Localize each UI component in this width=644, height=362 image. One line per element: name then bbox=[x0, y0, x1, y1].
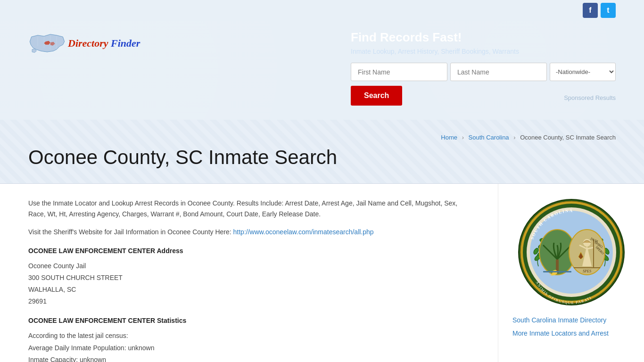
address-block: Oconee County Jail 300 SOUTH CHURCH STRE… bbox=[28, 260, 470, 308]
stats-population: Average Daily Inmate Population: unknown bbox=[28, 342, 470, 354]
logo-finder-text: Finder bbox=[111, 37, 140, 49]
address-line1: 300 SOUTH CHURCH STREET bbox=[28, 272, 470, 284]
address-zip: 29691 bbox=[28, 296, 470, 307]
content-right: SOUTH CAROLINA bbox=[498, 184, 644, 362]
logo-brand-text: Directory Finder bbox=[68, 37, 140, 49]
content-left: Use the Inmate Locator and Lookup Arrest… bbox=[0, 184, 498, 362]
social-bar: f t bbox=[0, 0, 644, 21]
jail-website-link[interactable]: http://www.oconeelaw.com/inmatesearch/al… bbox=[233, 228, 374, 236]
svg-rect-26 bbox=[543, 271, 571, 272]
twitter-icon[interactable]: t bbox=[601, 3, 616, 18]
sc-inmate-directory-link[interactable]: South Carolina Inmate Directory bbox=[512, 316, 630, 325]
last-name-input[interactable] bbox=[450, 63, 547, 81]
facebook-icon[interactable]: f bbox=[583, 3, 598, 18]
address-heading: OCONEE LAW ENFORCEMENT CENTER Address bbox=[28, 247, 470, 255]
breadcrumb-home[interactable]: Home bbox=[441, 134, 457, 141]
stats-census: According to the latest jail census: bbox=[28, 330, 470, 342]
logo-map-icon bbox=[28, 30, 66, 56]
sponsored-results-text: Sponsored Results bbox=[564, 94, 616, 101]
search-inputs-row: -Nationwide- bbox=[351, 63, 616, 81]
search-title: Find Records Fast! bbox=[351, 30, 616, 45]
sc-state-seal: SOUTH CAROLINA bbox=[517, 198, 626, 306]
stats-block: According to the latest jail census: Ave… bbox=[28, 330, 470, 362]
location-select[interactable]: -Nationwide- bbox=[550, 63, 616, 81]
page-title: Oconee County, SC Inmate Search bbox=[28, 146, 616, 169]
address-line2: WALHALLA, SC bbox=[28, 284, 470, 296]
first-name-input[interactable] bbox=[351, 63, 447, 81]
stats-heading: OCONEE LAW ENFORCEMENT CENTER Statistics bbox=[28, 317, 470, 324]
jail-name: Oconee County Jail bbox=[28, 260, 470, 272]
stats-capacity: Inmate Capacity: unknown bbox=[28, 354, 470, 362]
header: Directory Finder Find Records Fast! Inma… bbox=[0, 21, 644, 120]
visit-text: Visit the Sheriff's Website for Jail Inf… bbox=[28, 227, 470, 237]
logo-text: Directory Finder bbox=[68, 37, 140, 49]
seal-container: SOUTH CAROLINA bbox=[512, 198, 630, 306]
logo-directory-text: Directory bbox=[68, 37, 108, 49]
main-content: Use the Inmate Locator and Lookup Arrest… bbox=[0, 184, 644, 362]
more-inmate-locators-link[interactable]: More Inmate Locators and Arrest bbox=[512, 329, 630, 338]
page-header: Home › South Carolina › Oconee County, S… bbox=[0, 120, 644, 184]
breadcrumb-sep-2: › bbox=[513, 134, 515, 141]
sidebar-links: South Carolina Inmate Directory More Inm… bbox=[512, 316, 630, 338]
search-subtitle: Inmate Lookup, Arrest History, Sheriff B… bbox=[351, 48, 616, 55]
breadcrumb-state[interactable]: South Carolina bbox=[469, 134, 509, 141]
intro-paragraph: Use the Inmate Locator and Lookup Arrest… bbox=[28, 198, 470, 219]
search-button[interactable]: Search bbox=[351, 86, 402, 106]
logo-area: Directory Finder bbox=[28, 30, 140, 56]
breadcrumb-sep-1: › bbox=[462, 134, 464, 141]
search-area: Find Records Fast! Inmate Lookup, Arrest… bbox=[351, 30, 616, 106]
breadcrumb-current: Oconee County, SC Inmate Search bbox=[520, 134, 616, 141]
breadcrumb: Home › South Carolina › Oconee County, S… bbox=[28, 134, 616, 141]
svg-text:SPES: SPES bbox=[583, 269, 591, 273]
